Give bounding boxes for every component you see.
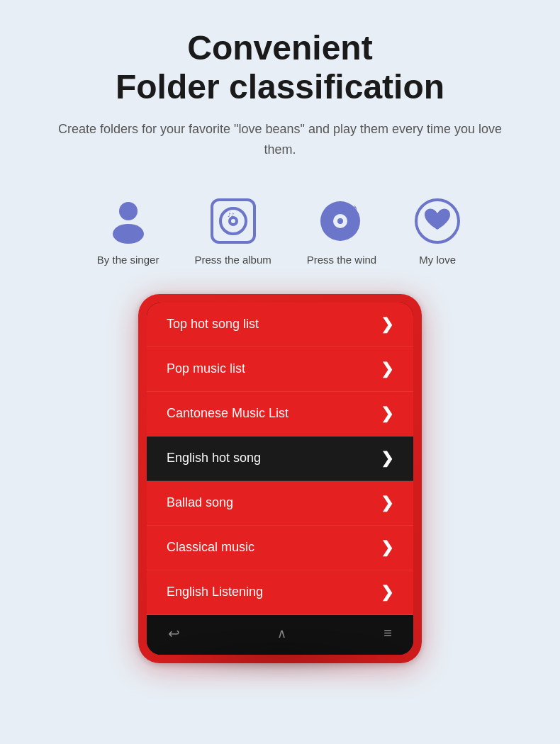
menu-item-english-listening[interactable]: English Listening ❯ — [147, 570, 413, 615]
svg-point-0 — [119, 202, 138, 220]
header-section: Convenient Folder classification Create … — [0, 0, 560, 174]
person-icon — [104, 197, 152, 245]
phone-shadow — [152, 635, 408, 677]
heart-circle-icon — [413, 197, 461, 245]
menu-item-top-hot[interactable]: Top hot song list ❯ — [147, 303, 413, 347]
singer-icon — [103, 196, 154, 247]
menu-item-classical[interactable]: Classical music ❯ — [147, 526, 413, 570]
svg-text:♪♪: ♪♪ — [228, 212, 235, 218]
menu-list: Top hot song list ❯ Pop music list ❯ Can… — [147, 303, 413, 615]
disc-icon: ♪♪ — [209, 197, 257, 245]
phone-mockup: Top hot song list ❯ Pop music list ❯ Can… — [138, 294, 422, 663]
category-icons-row: By the singer ♪♪ Press the album ♪ P — [97, 196, 463, 266]
music-note-icon: ♪ — [318, 197, 366, 245]
phone-inner: Top hot song list ❯ Pop music list ❯ Can… — [147, 303, 413, 655]
svg-point-1 — [113, 224, 144, 244]
svg-point-9 — [337, 218, 343, 224]
menu-item-pop[interactable]: Pop music list ❯ — [147, 347, 413, 392]
singer-category[interactable]: By the singer — [97, 196, 159, 266]
svg-text:♪: ♪ — [352, 201, 358, 215]
wind-category[interactable]: ♪ Press the wind — [307, 196, 376, 266]
menu-item-cantonese[interactable]: Cantonese Music List ❯ — [147, 392, 413, 436]
svg-point-5 — [231, 219, 235, 223]
menu-item-ballad[interactable]: Ballad song ❯ — [147, 481, 413, 526]
singer-label: By the singer — [97, 254, 159, 266]
love-icon — [412, 196, 463, 247]
album-category[interactable]: ♪♪ Press the album — [194, 196, 271, 266]
phone-outer-frame: Top hot song list ❯ Pop music list ❯ Can… — [138, 294, 422, 663]
page-title: Convenient Folder classification — [43, 28, 517, 106]
love-label: My love — [419, 254, 456, 266]
love-category[interactable]: My love — [412, 196, 463, 266]
header-subtitle: Create folders for your favorite "love b… — [43, 119, 517, 160]
menu-item-english-hot[interactable]: English hot song ❯ — [147, 436, 413, 481]
wind-icon: ♪ — [316, 196, 367, 247]
wind-label: Press the wind — [307, 254, 376, 266]
album-icon: ♪♪ — [208, 196, 259, 247]
album-label: Press the album — [194, 254, 271, 266]
phone-screen: Top hot song list ❯ Pop music list ❯ Can… — [147, 303, 413, 655]
